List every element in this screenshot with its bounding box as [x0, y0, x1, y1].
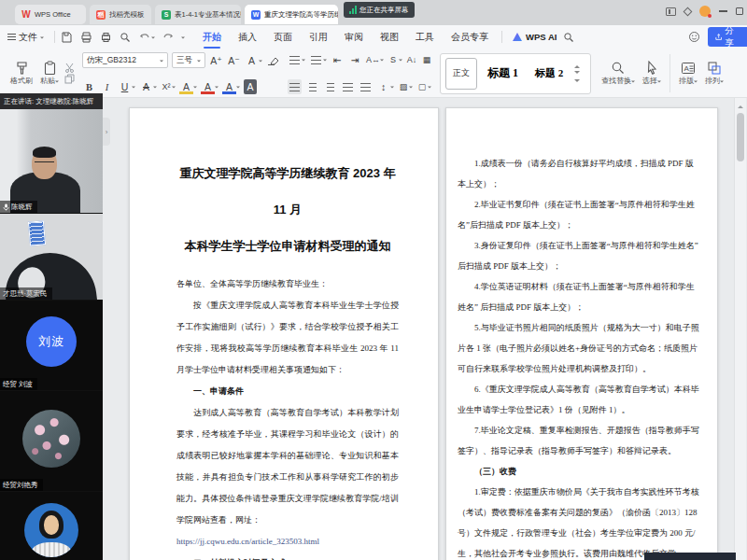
document-page-2[interactable]: 1.成绩表一份（请务必自行核算好平均成绩，扫描成 PDF 版本上交）； 2.毕业…: [445, 107, 718, 560]
underline-button[interactable]: U: [118, 79, 135, 94]
find-replace-button[interactable]: 查找替换: [599, 60, 638, 87]
decrease-indent-button[interactable]: ⇤: [331, 52, 345, 67]
text-direction-button[interactable]: S: [388, 54, 402, 65]
chevron-down-icon: [409, 87, 413, 91]
strikethrough-button[interactable]: A: [139, 79, 157, 94]
justify-button[interactable]: [341, 79, 355, 94]
scroll-up-icon: [574, 63, 580, 68]
superscript-button[interactable]: X²: [161, 81, 176, 92]
account-avatar[interactable]: [699, 6, 711, 17]
numbered-list-button[interactable]: [309, 52, 327, 67]
chevron-down-icon: [720, 80, 724, 84]
tab-member[interactable]: 会员专享: [443, 25, 497, 49]
participant-video-tile[interactable]: 才思慧·莫宏民: [0, 214, 103, 300]
scrollbar-thumb[interactable]: [737, 113, 744, 161]
restore-button[interactable]: [736, 7, 743, 15]
undo-button[interactable]: [138, 31, 155, 44]
tab-tools[interactable]: 工具: [407, 25, 443, 49]
chevron-down-icon: [236, 87, 240, 91]
print-preview-icon[interactable]: [119, 31, 132, 44]
participant-video-tile[interactable]: 陈晓辉: [0, 109, 103, 213]
styles-gallery-arrows[interactable]: [574, 63, 580, 85]
file-menu[interactable]: 文件: [0, 31, 49, 44]
arrange-button[interactable]: 排列: [702, 60, 726, 87]
font-color-button[interactable]: A: [201, 79, 218, 94]
font-name-select[interactable]: 仿宋_GB2312: [82, 52, 168, 68]
style-normal[interactable]: 正文: [445, 58, 477, 90]
now-speaking-bar: 正在讲话: 文理继教院:陈晓辉: [0, 93, 103, 109]
scroll-up-arrow-icon[interactable]: [738, 103, 743, 108]
align-right-button[interactable]: [323, 79, 337, 94]
tab-page[interactable]: 页面: [265, 25, 301, 49]
line-spacing-button[interactable]: ↕: [376, 79, 394, 94]
char-scale-button[interactable]: A↔: [366, 54, 384, 65]
side-panel-icon[interactable]: [666, 7, 676, 16]
tab-label: 找稻壳模板: [109, 10, 145, 20]
document-canvas[interactable]: 重庆文理学院高等学历继续教育 2023 年 11 月 本科学生学士学位申请材料受…: [0, 98, 747, 560]
vertical-scrollbar[interactable]: [734, 98, 746, 560]
italic-button[interactable]: I: [100, 79, 114, 94]
tab-wps-home[interactable]: W WPS Office: [15, 5, 86, 24]
customize-toolbar-chevron-icon[interactable]: [181, 36, 185, 40]
tab-reference[interactable]: 引用: [301, 25, 336, 49]
highlight-block-button[interactable]: A: [244, 79, 257, 94]
sidebar-collapse-handle[interactable]: ›: [103, 118, 110, 146]
minimize-button[interactable]: [719, 10, 727, 12]
doc-paragraph: 1.成绩表一份（请务必自行核算好平均成绩，扫描成 PDF 版本上交）；: [458, 153, 700, 194]
text-effect-button[interactable]: A: [245, 53, 262, 68]
select-button[interactable]: 选择: [640, 60, 664, 87]
stable-mode-icon[interactable]: [684, 7, 693, 16]
participant-avatar-tile[interactable]: [0, 492, 103, 560]
distribute-button[interactable]: [359, 79, 373, 94]
chevron-down-icon: [631, 80, 635, 84]
wps-ai-button[interactable]: WPS AI: [513, 32, 557, 42]
tab-review[interactable]: 审阅: [336, 25, 372, 49]
chevron-down-icon: [399, 60, 402, 63]
tab-docer-template[interactable]: 稻 找稻壳模板: [90, 5, 151, 24]
share-button[interactable]: 分享: [708, 27, 747, 47]
participant-name-chip: 才思慧·莫宏民: [0, 287, 52, 300]
copy-button[interactable]: [63, 74, 75, 85]
save-icon[interactable]: [60, 31, 73, 44]
sort-button[interactable]: A↓: [406, 54, 417, 65]
tab-home[interactable]: 开始: [194, 25, 230, 49]
increase-indent-button[interactable]: ⇥: [348, 52, 362, 67]
doc-hyperlink[interactable]: https://jj.cqwu.edu.cn/article_323503.ht…: [176, 531, 399, 553]
style-heading1[interactable]: 标题 1: [481, 58, 525, 90]
increase-font-button[interactable]: A⁺: [209, 53, 223, 68]
highlight-color-button[interactable]: A: [179, 79, 197, 94]
format-painter-button[interactable]: 格式刷: [7, 60, 35, 87]
search-icon[interactable]: [562, 31, 575, 44]
font-size-select[interactable]: 三号: [172, 52, 205, 68]
tab-document-active[interactable]: W 重庆文理学院高等学历继续教...: [245, 5, 338, 24]
participant-avatar-tile[interactable]: 经贸刘艳秀: [0, 391, 103, 491]
border-button[interactable]: ▢: [416, 81, 431, 92]
redo-icon[interactable]: [162, 31, 175, 44]
tab-view[interactable]: 视图: [372, 25, 407, 49]
paste-button[interactable]: 粘贴: [37, 60, 62, 87]
decrease-font-button[interactable]: A⁻: [227, 53, 241, 68]
style-heading2[interactable]: 标题 2: [529, 58, 570, 90]
align-center-button[interactable]: [305, 79, 319, 94]
doc-paragraph: 7.毕业论文定稿、重复率检测报告、开题报告（指导教师手写签字）、指导记录表（指导…: [458, 420, 700, 461]
show-marks-button[interactable]: ▦: [421, 54, 432, 65]
bullet-list-button[interactable]: [288, 52, 305, 67]
wps-ai-label: WPS AI: [526, 32, 557, 42]
doc-paragraph: 1.审定费：依据重庆市物价局《关于我市自考实践性环节考核（考试）费收费标准备案有…: [458, 482, 700, 560]
print-icon[interactable]: [99, 31, 112, 44]
clear-format-button[interactable]: [266, 53, 280, 68]
shading-button[interactable]: ▨: [398, 81, 413, 92]
tab-insert[interactable]: 插入: [230, 25, 265, 49]
output-icon[interactable]: [79, 31, 92, 44]
participant-avatar-tile[interactable]: 刘波 经贸 刘波: [0, 301, 103, 390]
tab-spreadsheet[interactable]: S 表1-4-1专业基本情况数据.xlsx: [155, 5, 241, 24]
typeset-button[interactable]: A 排版: [676, 60, 700, 87]
feedback-smiley-icon[interactable]: [687, 31, 700, 44]
chevron-down-icon: [657, 80, 661, 84]
document-page-1[interactable]: 重庆文理学院高等学历继续教育 2023 年 11 月 本科学生学士学位申请材料受…: [129, 107, 439, 560]
undo-icon: [138, 31, 151, 44]
bold-button[interactable]: B: [82, 79, 96, 94]
char-shading-button[interactable]: A: [222, 79, 240, 94]
cut-button[interactable]: [63, 63, 75, 74]
align-left-button[interactable]: [288, 79, 302, 94]
